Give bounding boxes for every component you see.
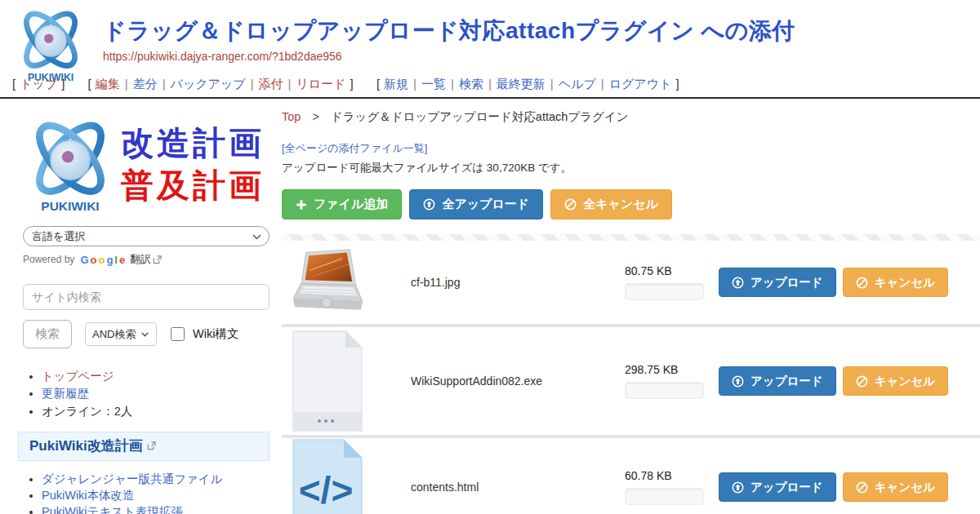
ban-circle-icon: [856, 481, 868, 494]
logo-wordmark: PUKIWIKI: [28, 72, 74, 83]
ban-circle-icon: [856, 277, 868, 289]
main-content: Top > ドラッグ＆ドロップアップロード対応attachプラグイン [全ページ…: [282, 99, 980, 514]
upload-button[interactable]: アップロード: [719, 472, 836, 502]
pukiwiki-kaizou-link[interactable]: PukiWiki改造計画: [29, 436, 143, 455]
nav-logout[interactable]: ログアウト: [609, 77, 672, 91]
nav-separator: |: [163, 77, 166, 91]
file-row: </> contents.html 60.78 KB アップロード: [282, 438, 980, 514]
sidebar-links-top: トップページ 更新履歴 オンライン：2人: [23, 369, 270, 419]
nav-help[interactable]: ヘルプ: [559, 77, 596, 91]
file-size: 298.75 KB: [625, 363, 716, 376]
upload-button[interactable]: アップロード: [719, 366, 836, 396]
max-file-size-text: アップロード可能最大ファイルサイズは 30,720KB です。: [282, 161, 980, 175]
search-button[interactable]: 検索: [23, 320, 72, 348]
nav-new[interactable]: 新規: [384, 77, 408, 91]
sidebar-item-common-files[interactable]: ダジャレンジャー版共通ファイル: [42, 472, 222, 485]
sidebar-slogan: 改造計画 普及計画: [121, 122, 265, 206]
plus-icon: [296, 199, 307, 210]
file-progress-bar: [625, 382, 704, 399]
wiki-syntax-checkbox[interactable]: [171, 327, 185, 341]
cancel-button[interactable]: キャンセル: [843, 472, 948, 502]
upload-button[interactable]: アップロード: [719, 268, 836, 297]
nav-separator: |: [451, 77, 454, 91]
code-glyph: </>: [299, 469, 354, 512]
page-header: PUKIWIKI ドラッグ＆ドロップアップロード対応attachプラグイン への…: [0, 0, 980, 75]
site-search-input[interactable]: [23, 284, 270, 310]
list-item: ダジャレンジャー版共通ファイル: [42, 472, 270, 487]
external-link-icon: [153, 255, 162, 264]
generic-file-icon: [287, 330, 368, 432]
nav-recent[interactable]: 最終更新: [497, 77, 546, 91]
slogan-line2: 普及計画: [121, 164, 265, 206]
page-url: https://pukiwiki.dajya-ranger.com/?1bd2d…: [103, 50, 980, 63]
nav-separator: |: [288, 77, 292, 91]
nav-search[interactable]: 検索: [459, 77, 483, 91]
list-item: PukiWiki本体改造: [42, 488, 270, 503]
atom-logo-icon: PUKIWIKI: [23, 113, 118, 215]
file-progress-bar: [625, 283, 704, 300]
nav-backup[interactable]: バックアップ: [171, 77, 246, 91]
slogan-line1: 改造計画: [121, 122, 265, 164]
nav-separator: |: [550, 77, 554, 91]
atom-logo-icon: PUKIWIKI: [13, 5, 88, 83]
add-files-button[interactable]: ファイル追加: [282, 189, 402, 219]
bracket: [: [88, 77, 91, 91]
upload-circle-icon: [732, 277, 744, 289]
nav-separator: |: [251, 77, 254, 91]
upload-toolbar: ファイル追加 全アップロード 全キャンセル: [282, 189, 980, 219]
sidebar: PUKIWIKI 改造計画 普及計画 言語を選択 Powered by Goog…: [0, 99, 282, 514]
cancel-button[interactable]: キャンセル: [843, 268, 948, 297]
file-row: WikiSupportAddin082.exe 298.75 KB アップロード: [282, 327, 980, 435]
code-file-icon: </>: [287, 438, 368, 514]
list-item: トップページ: [42, 369, 270, 384]
list-item: PukiWikiテキスト表現拡張: [42, 504, 270, 514]
laptop-photo-thumbnail: [287, 248, 368, 317]
nav-separator: |: [413, 77, 416, 91]
sidebar-item-update-history[interactable]: 更新履歴: [42, 387, 89, 400]
file-name: WikiSupportAddin082.exe: [411, 374, 625, 388]
breadcrumb-current: ドラッグ＆ドロップアップロード対応attachプラグイン: [331, 110, 629, 123]
bracket: ]: [350, 77, 354, 91]
translate-link[interactable]: 翻訳: [130, 252, 151, 267]
sidebar-item-text-ext[interactable]: PukiWikiテキスト表現拡張: [42, 505, 183, 514]
list-item: オンライン：2人: [42, 404, 270, 419]
search-mode-select[interactable]: AND検索: [85, 322, 157, 346]
main-nav: [トップ] [編集|差分|バックアップ|添付|リロード] [新規|一覧|検索|最…: [0, 75, 980, 97]
breadcrumb-separator: >: [312, 110, 318, 123]
powered-by-google: Powered by Google 翻訳: [23, 252, 270, 267]
logo-wordmark: PUKIWIKI: [41, 199, 99, 213]
external-link-icon: [147, 441, 156, 450]
nav-reload[interactable]: リロード: [296, 77, 345, 91]
breadcrumb-home[interactable]: Top: [282, 110, 301, 123]
sidebar-links-bottom: ダジャレンジャー版共通ファイル PukiWiki本体改造 PukiWikiテキス…: [23, 472, 270, 514]
breadcrumb: Top > ドラッグ＆ドロップアップロード対応attachプラグイン: [282, 109, 980, 125]
file-size: 80.75 KB: [625, 264, 716, 277]
cancel-all-button[interactable]: 全キャンセル: [550, 189, 672, 219]
total-progress-bar: [282, 234, 980, 241]
file-size: 60.78 KB: [625, 469, 716, 482]
upload-circle-icon: [732, 375, 744, 388]
online-count: オンライン：2人: [42, 405, 132, 418]
powered-by-label: Powered by: [23, 254, 74, 265]
nav-separator: |: [125, 77, 128, 91]
nav-list[interactable]: 一覧: [421, 77, 446, 91]
upload-all-button[interactable]: 全アップロード: [409, 189, 543, 219]
sidebar-logo[interactable]: PUKIWIKI 改造計画 普及計画: [23, 112, 270, 216]
list-item: 更新履歴: [42, 386, 270, 401]
nav-edit[interactable]: 編集: [96, 77, 120, 91]
nav-attach[interactable]: 添付: [259, 77, 283, 91]
language-select[interactable]: 言語を選択: [23, 226, 270, 246]
file-name: cf-b11.jpg: [411, 276, 625, 289]
bracket: [: [376, 77, 380, 91]
pukiwiki-logo[interactable]: PUKIWIKI: [13, 5, 88, 83]
nav-diff[interactable]: 差分: [133, 77, 158, 91]
sidebar-item-top-page[interactable]: トップページ: [42, 370, 114, 383]
file-progress-bar: [625, 488, 704, 505]
cancel-button[interactable]: キャンセル: [843, 366, 948, 396]
all-attachments-link[interactable]: [全ページの添付ファイル一覧]: [282, 141, 427, 156]
wiki-syntax-label: Wiki構文: [193, 326, 238, 342]
sidebar-item-body-mod[interactable]: PukiWiki本体改造: [42, 489, 135, 502]
ban-circle-icon: [856, 375, 868, 388]
page-title[interactable]: ドラッグ＆ドロップアップロード対応attachプラグイン への添付: [103, 18, 980, 44]
bracket: ]: [675, 77, 679, 91]
